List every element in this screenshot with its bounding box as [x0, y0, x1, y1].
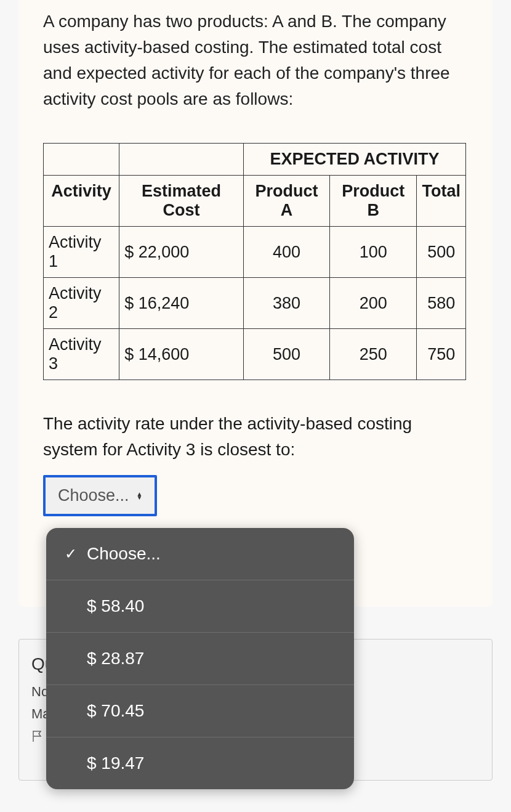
cell-product-b: 200 — [330, 278, 417, 329]
cell-product-a: 380 — [243, 278, 329, 329]
table-row: Activity 3 $ 14,600 500 250 750 — [44, 329, 466, 380]
cell-cost: $ 16,240 — [119, 278, 244, 329]
dropdown-placeholder: Choose... — [58, 486, 129, 505]
dropdown-option-1[interactable]: $ 58.40 — [46, 580, 354, 633]
cell-cost: $ 22,000 — [119, 227, 244, 278]
cell-activity: Activity 2 — [44, 278, 119, 329]
table-col-product-a: Product A — [243, 176, 329, 227]
question-followup-text: The activity rate under the activity-bas… — [43, 411, 468, 463]
dropdown-option-label: $ 70.45 — [87, 701, 144, 721]
dropdown-option-label: $ 19.47 — [87, 753, 144, 773]
cell-product-b: 100 — [330, 227, 417, 278]
table-header-blank2 — [119, 144, 244, 176]
dropdown-option-label: Choose... — [87, 544, 161, 564]
table-row: Activity 1 $ 22,000 400 100 500 — [44, 227, 466, 278]
question-card: A company has two products: A and B. The… — [18, 0, 493, 607]
cell-total: 500 — [417, 227, 466, 278]
dropdown-option-4[interactable]: $ 19.47 — [46, 737, 354, 789]
check-icon: ✓ — [65, 545, 87, 562]
table-row: Activity 2 $ 16,240 380 200 580 — [44, 278, 466, 329]
cell-total: 580 — [417, 278, 466, 329]
table-col-total: Total — [417, 176, 466, 227]
flag-icon — [31, 731, 44, 746]
dropdown-option-2[interactable]: $ 28.87 — [46, 633, 354, 685]
cell-total: 750 — [417, 329, 466, 380]
cell-product-b: 250 — [330, 329, 417, 380]
question-intro-text: A company has two products: A and B. The… — [43, 9, 468, 112]
dropdown-menu: ✓ Choose... $ 58.40 $ 28.87 $ 70.45 $ 19… — [46, 528, 354, 789]
cell-product-a: 500 — [243, 329, 329, 380]
dropdown-option-label: $ 58.40 — [87, 596, 144, 616]
answer-dropdown[interactable]: Choose... ▲▼ — [43, 475, 157, 516]
cell-product-a: 400 — [243, 227, 329, 278]
table-col-estimated-cost: Estimated Cost — [119, 176, 244, 227]
activity-table: EXPECTED ACTIVITY Activity Estimated Cos… — [43, 143, 466, 380]
cell-cost: $ 14,600 — [119, 329, 244, 380]
table-header-expected-activity: EXPECTED ACTIVITY — [243, 144, 465, 176]
table-col-activity: Activity — [44, 176, 119, 227]
chevron-updown-icon: ▲▼ — [137, 492, 143, 500]
dropdown-option-choose[interactable]: ✓ Choose... — [46, 528, 354, 580]
dropdown-option-label: $ 28.87 — [87, 649, 144, 668]
table-col-product-b: Product B — [330, 176, 417, 227]
cell-activity: Activity 1 — [44, 227, 119, 278]
table-header-blank1 — [44, 144, 119, 176]
cell-activity: Activity 3 — [44, 329, 119, 380]
dropdown-option-3[interactable]: $ 70.45 — [46, 685, 354, 737]
